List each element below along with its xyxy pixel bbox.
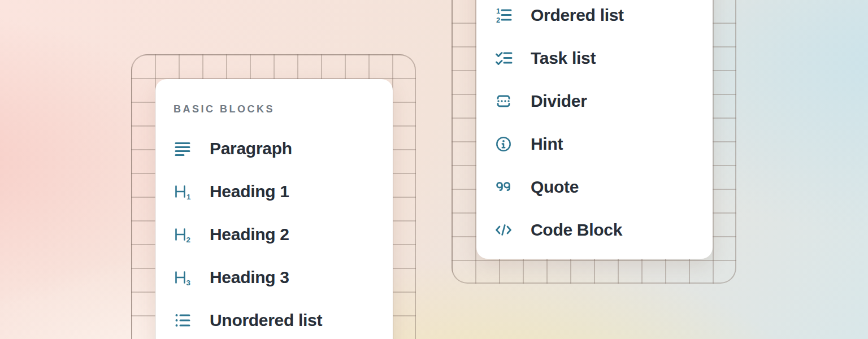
menu-item-code-block[interactable]: Code Block [476,208,713,251]
background: BASIC BLOCKS Paragraph Heading 1 Heading… [0,0,868,339]
paragraph-icon [173,140,192,158]
menu-item-divider[interactable]: Divider [476,80,713,123]
menu-item-heading-2[interactable]: Heading 2 [155,213,393,256]
blocks-menu-continued: Ordered list Task list Divider Hint Quot… [476,0,713,259]
heading-2-icon [173,225,192,244]
section-label-basic-blocks: BASIC BLOCKS [173,103,393,115]
basic-blocks-menu: BASIC BLOCKS Paragraph Heading 1 Heading… [155,79,393,339]
basic-blocks-list: Paragraph Heading 1 Heading 2 Heading 3 … [155,127,393,339]
code-block-icon [494,221,513,239]
menu-item-ordered-list[interactable]: Ordered list [476,0,713,37]
menu-item-hint[interactable]: Hint [476,123,713,166]
menu-item-heading-3[interactable]: Heading 3 [155,256,393,299]
heading-1-icon [173,182,192,201]
divider-icon [494,92,513,110]
hint-icon [494,135,513,153]
menu-item-paragraph[interactable]: Paragraph [155,127,393,170]
menu-item-unordered-list[interactable]: Unordered list [155,299,393,339]
menu-item-task-list[interactable]: Task list [476,37,713,80]
ordered-list-icon [494,6,513,24]
quote-icon [494,178,513,196]
menu-item-quote[interactable]: Quote [476,166,713,208]
unordered-list-icon [173,311,192,329]
heading-3-icon [173,268,192,286]
task-list-icon [494,49,513,67]
menu-item-heading-1[interactable]: Heading 1 [155,170,393,213]
blocks-list-continued: Ordered list Task list Divider Hint Quot… [476,0,713,251]
